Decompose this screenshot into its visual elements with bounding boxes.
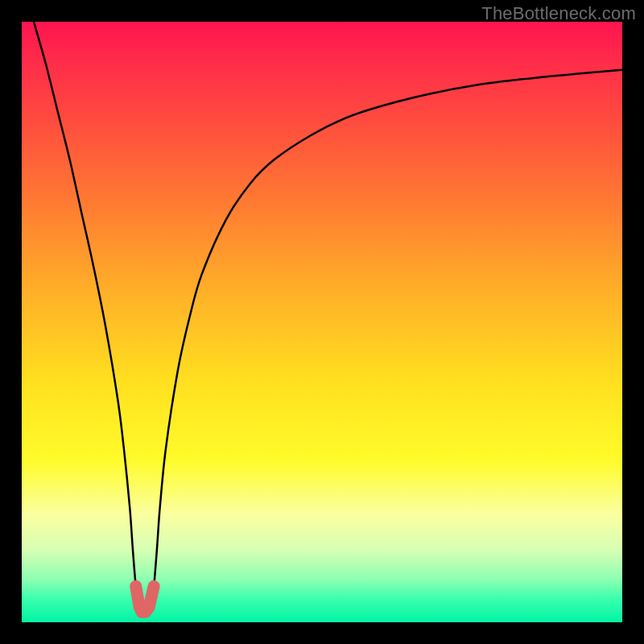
plot-area — [22, 22, 622, 622]
valley-markers — [136, 586, 154, 612]
watermark-text: TheBottleneck.com — [481, 3, 636, 24]
chart-frame: TheBottleneck.com — [0, 0, 644, 644]
bottleneck-curve — [34, 22, 622, 613]
curve-svg — [22, 22, 622, 622]
